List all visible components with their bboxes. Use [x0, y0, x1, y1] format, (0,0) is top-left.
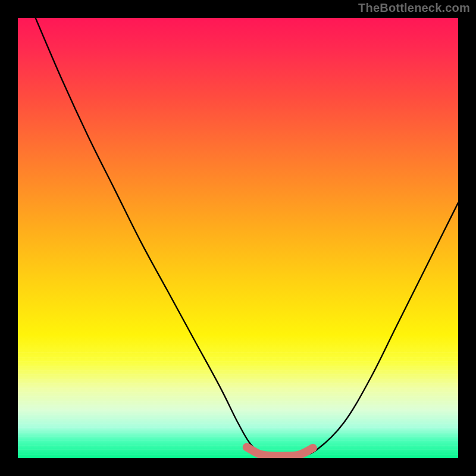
target-zone-line — [247, 447, 313, 456]
bottleneck-curve-line — [36, 18, 458, 456]
chart-svg — [18, 18, 458, 458]
chart-frame: TheBottleneck.com — [0, 0, 476, 476]
watermark-text: TheBottleneck.com — [358, 1, 470, 15]
plot-area — [18, 18, 458, 458]
